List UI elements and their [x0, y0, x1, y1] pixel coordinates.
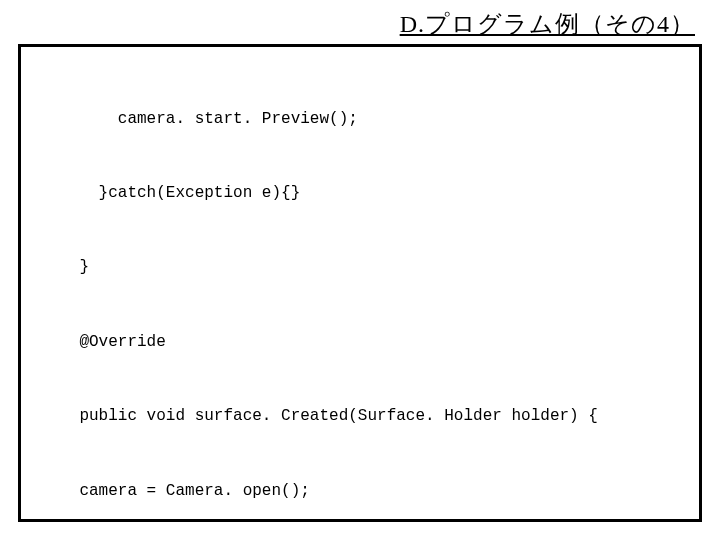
code-line: public void surface. Created(Surface. Ho… — [41, 404, 679, 429]
code-line: camera. start. Preview(); — [41, 107, 679, 132]
code-line: camera = Camera. open(); — [41, 479, 679, 504]
code-line: @Override — [41, 330, 679, 355]
slide-title: D.プログラム例（その4） — [400, 8, 695, 40]
code-line: }catch(Exception e){} — [41, 181, 679, 206]
code-block: camera. start. Preview(); }catch(Excepti… — [18, 44, 702, 522]
code-line: } — [41, 255, 679, 280]
